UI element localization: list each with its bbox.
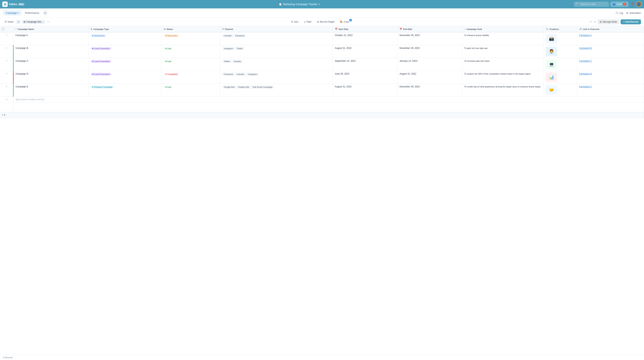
creatives-cell[interactable]: 💻: [544, 58, 577, 71]
start-date-type-icon: 📅: [335, 28, 338, 30]
end-date-cell: November 29, 2022: [398, 32, 462, 45]
record-height-button[interactable]: ⊟ Record Height: [315, 19, 336, 24]
log-button[interactable]: 🕐 Log: [616, 12, 623, 14]
add-record-label: + Add Record: [623, 20, 638, 23]
sort-button[interactable]: ⇅ Sort: [289, 19, 300, 24]
campaign-name-value: Campaign D: [16, 72, 28, 75]
record-height-label: Record Height: [320, 20, 335, 23]
end-date-cell: January 14, 2023: [398, 58, 462, 71]
tab-performance[interactable]: Performance: [22, 10, 42, 15]
channel-cell: FacebookLinkedinInstagram: [220, 71, 333, 84]
campaign-name-cell[interactable]: Campaign C: [14, 58, 88, 71]
add-view-button[interactable]: +: [16, 20, 20, 24]
status-badge: Discussion: [164, 34, 179, 37]
table-row: 3 Campaign C Lead Generation Live Twitte…: [0, 58, 644, 71]
search-box[interactable]: 🔍 Search in View: [574, 2, 609, 6]
link-outcome-cell[interactable]: Campaign D: [577, 71, 644, 84]
header-campaign-name: T Campaign Name: [14, 26, 88, 32]
more-options-icon[interactable]: ⋯: [46, 19, 51, 24]
color-icon: 🎨: [340, 20, 343, 23]
undo-button[interactable]: ↩: [590, 20, 592, 23]
invite-button[interactable]: 👥 Invite 6: [611, 2, 628, 7]
status-cell: Live: [162, 58, 220, 71]
status-dot: [165, 48, 166, 49]
header-channel-label: Channel: [225, 28, 233, 30]
tab-campaign-dropdown[interactable]: ▾: [18, 12, 19, 14]
channel-tag: Twitter: [222, 60, 232, 63]
creatives-cell[interactable]: 🧑‍💼: [544, 45, 577, 58]
status-dot: [165, 86, 166, 88]
create-record-row[interactable]: 6Type here to create a record: [0, 97, 644, 103]
link-outcome-cell[interactable]: Campaign B: [577, 45, 644, 58]
campaign-name-cell[interactable]: Campaign B: [14, 45, 88, 58]
invite-label: Invite: [616, 3, 622, 5]
title-dropdown-icon[interactable]: ▾: [319, 3, 320, 6]
row-number: 3: [0, 58, 14, 71]
creatives-cell[interactable]: 🤝: [544, 84, 577, 97]
log-label: Log: [619, 12, 623, 14]
add-tab-button[interactable]: +: [43, 10, 48, 15]
campaign-goal-cell: To gain net new sign-ups: [462, 45, 544, 58]
user-avatar[interactable]: 👤: [636, 1, 642, 7]
create-record-cell[interactable]: Type here to create a record: [14, 97, 644, 103]
tab-bar-right: 🕐 Log ⚙ Automation: [616, 12, 641, 14]
header-checkbox[interactable]: [0, 26, 14, 32]
row-number: 1: [0, 32, 14, 45]
toolbar: ☰ Views + ⊞ Campaign Det... ⋯ ⇅ Sort ⊿ F…: [0, 18, 644, 26]
color-active-badge: 1: [349, 19, 352, 21]
header-campaign-type-label: Campaign Type: [94, 28, 109, 30]
start-date-cell: October 31, 2022: [333, 32, 397, 45]
table-row: 1 Campaign A Awareness Discussion Linked…: [0, 32, 644, 45]
header-end-date-label: End Date: [403, 28, 412, 30]
header-status: ◉ Status: [162, 26, 220, 32]
campaign-name-cell[interactable]: Campaign A: [14, 32, 88, 45]
link-outcome-cell[interactable]: Campaign A: [577, 32, 644, 45]
help-icon[interactable]: ❓: [630, 2, 634, 6]
status-cell: Discussion: [162, 32, 220, 45]
color-button-wrapper: 🎨 Color 1: [338, 19, 351, 24]
row-number: 5: [0, 84, 14, 97]
color-label: Color: [344, 20, 349, 23]
record-height-icon: ⊟: [317, 20, 319, 23]
end-date-type-icon: 📅: [400, 28, 402, 30]
header-creatives-label: Creatives: [549, 28, 559, 30]
status-cell: Live: [162, 45, 220, 58]
views-button[interactable]: ☰ Views: [3, 20, 15, 24]
manage-fields-button[interactable]: ⊞ Manage fields: [598, 19, 619, 24]
campaign-type-badge: Awareness: [91, 34, 106, 37]
campaign-name-cell[interactable]: Campaign E: [14, 84, 88, 97]
redo-button[interactable]: ↪: [594, 20, 596, 23]
create-row-num: 6: [0, 97, 14, 103]
campaign-type-cell: Retarget Campaign: [88, 84, 162, 97]
campaign-name-cell[interactable]: Campaign D: [14, 71, 88, 84]
channel-tag: Facebook: [222, 73, 234, 76]
creatives-cell[interactable]: 📸: [544, 32, 577, 45]
header-creatives: 📎 Creatives: [544, 26, 577, 32]
views-label: Views: [8, 20, 14, 23]
filter-button[interactable]: ⊿ Filter: [302, 19, 314, 24]
campaign-type-cell: Lead Generation: [88, 71, 162, 84]
link-outcome-cell[interactable]: Campaign E: [577, 84, 644, 97]
table-view-icon: ⊞: [24, 20, 26, 23]
add-record-button[interactable]: + Add Record: [620, 19, 641, 24]
channel-tag: Facebook: [234, 34, 246, 37]
footer-plus-cell[interactable]: + 5: [0, 112, 14, 118]
table-row: 4 Campaign D Lead Generation Completed F…: [0, 71, 644, 84]
status-dot: [165, 35, 166, 36]
tab-campaign[interactable]: Campaign ▾: [3, 10, 22, 15]
select-all-checkbox[interactable]: [2, 27, 4, 30]
start-date-cell: June 30, 2022: [333, 71, 397, 84]
campaign-type-cell: Lead Generation: [88, 45, 162, 58]
creatives-cell[interactable]: 📊: [544, 71, 577, 84]
header-link-outcome-label: Link to Outcome: [583, 28, 600, 30]
tab-campaign-label: Campaign: [6, 11, 17, 14]
color-button[interactable]: 🎨 Color 1: [338, 19, 351, 24]
link-outcome-cell[interactable]: Campaign C: [577, 58, 644, 71]
automation-button[interactable]: ⚙ Automation: [626, 12, 641, 14]
active-view-tab[interactable]: ⊞ Campaign Det...: [22, 20, 45, 24]
footer-count: 5: [4, 114, 5, 116]
beta-badge: Beta: [18, 3, 24, 5]
channel-tag: Instagram: [246, 73, 259, 76]
status-badge: Completed: [164, 73, 179, 76]
status-type-icon: ◉: [164, 28, 166, 30]
